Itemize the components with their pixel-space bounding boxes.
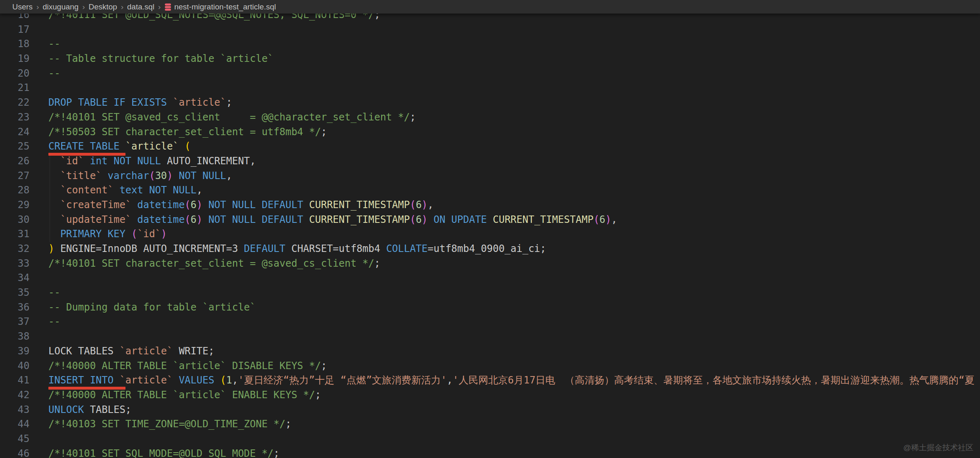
code-text: /*!40101 SET @saved_cs_client = @@charac… bbox=[48, 110, 416, 125]
line-number: 30 bbox=[0, 213, 30, 227]
code-text: LOCK TABLES `article` WRITE; bbox=[48, 344, 214, 359]
code-text: -- bbox=[48, 315, 60, 329]
line-number: 23 bbox=[0, 110, 30, 125]
code-line[interactable]: 46/*!40101 SET SQL_MODE=@OLD_SQL_MODE */… bbox=[0, 447, 980, 458]
line-number: 46 bbox=[0, 447, 30, 458]
line-number: 36 bbox=[0, 300, 30, 315]
breadcrumb-item-dixuguang[interactable]: dixuguang bbox=[43, 2, 79, 11]
code-text: CREATE TABLE `article` ( bbox=[48, 139, 191, 154]
code-line[interactable]: 44/*!40103 SET TIME_ZONE=@OLD_TIME_ZONE … bbox=[0, 417, 980, 432]
line-number: 45 bbox=[0, 432, 30, 447]
code-line[interactable]: 43UNLOCK TABLES; bbox=[0, 403, 980, 417]
line-number: 39 bbox=[0, 344, 30, 359]
line-number: 31 bbox=[0, 227, 30, 242]
breadcrumb: Users › dixuguang › Desktop › data.sql ›… bbox=[0, 0, 980, 14]
line-number: 41 bbox=[0, 373, 30, 388]
line-number: 26 bbox=[0, 154, 30, 169]
chevron-right-icon: › bbox=[82, 2, 85, 11]
chevron-right-icon: › bbox=[121, 2, 123, 11]
code-line[interactable]: 17 bbox=[0, 23, 980, 37]
code-text: -- Table structure for table `article` bbox=[48, 52, 273, 66]
line-number: 34 bbox=[0, 271, 30, 286]
code-line[interactable]: 28 `content` text NOT NULL, bbox=[0, 183, 980, 198]
code-text: PRIMARY KEY (`id`) bbox=[48, 227, 167, 242]
code-line[interactable]: 18-- bbox=[0, 37, 980, 52]
code-text: -- Dumping data for table `article` bbox=[48, 300, 256, 315]
line-number: 29 bbox=[0, 198, 30, 213]
code-text: /*!40000 ALTER TABLE `article` DISABLE K… bbox=[48, 359, 327, 374]
code-text: `createTime` datetime(6) NOT NULL DEFAUL… bbox=[48, 198, 433, 213]
watermark: @稀土掘金技术社区 bbox=[903, 442, 973, 453]
code-line[interactable]: 30 `updateTime` datetime(6) NOT NULL DEF… bbox=[0, 213, 980, 227]
code-text: -- bbox=[48, 286, 60, 300]
line-number: 27 bbox=[0, 169, 30, 184]
line-number: 24 bbox=[0, 125, 30, 140]
line-number: 25 bbox=[0, 139, 30, 154]
code-line[interactable]: 23/*!40101 SET @saved_cs_client = @@char… bbox=[0, 110, 980, 125]
line-number: 17 bbox=[0, 23, 30, 37]
breadcrumb-file-name: nest-migration-test_article.sql bbox=[174, 2, 276, 11]
code-line[interactable]: 32) ENGINE=InnoDB AUTO_INCREMENT=3 DEFAU… bbox=[0, 242, 980, 256]
code-line[interactable]: 35-- bbox=[0, 286, 980, 300]
line-number: 18 bbox=[0, 37, 30, 52]
code-area[interactable]: 16/*!40111 SET @OLD_SQL_NOTES=@@SQL_NOTE… bbox=[0, 8, 980, 458]
code-line[interactable]: 24/*!50503 SET character_set_client = ut… bbox=[0, 125, 980, 140]
code-text: ) ENGINE=InnoDB AUTO_INCREMENT=3 DEFAULT… bbox=[48, 242, 546, 256]
line-number: 44 bbox=[0, 417, 30, 432]
code-text: -- bbox=[48, 37, 60, 52]
code-line[interactable]: 25CREATE TABLE `article` ( bbox=[0, 139, 980, 154]
line-number: 37 bbox=[0, 315, 30, 329]
code-line[interactable]: 39LOCK TABLES `article` WRITE; bbox=[0, 344, 980, 359]
code-text: -- bbox=[48, 66, 60, 81]
line-number: 38 bbox=[0, 329, 30, 344]
chevron-right-icon: › bbox=[36, 2, 39, 11]
code-text: INSERT INTO `article` VALUES (1,'夏日经济“热力… bbox=[48, 373, 974, 388]
code-text: UNLOCK TABLES; bbox=[48, 403, 131, 417]
code-line[interactable]: 31 PRIMARY KEY (`id`) bbox=[0, 227, 980, 242]
line-number: 21 bbox=[0, 81, 30, 95]
code-line[interactable]: 29 `createTime` datetime(6) NOT NULL DEF… bbox=[0, 198, 980, 213]
code-text: DROP TABLE IF EXISTS `article`; bbox=[48, 95, 232, 110]
line-number: 28 bbox=[0, 183, 30, 198]
line-number: 22 bbox=[0, 95, 30, 110]
code-text: /*!40103 SET TIME_ZONE=@OLD_TIME_ZONE */… bbox=[48, 417, 291, 432]
code-line[interactable]: 26 `id` int NOT NULL AUTO_INCREMENT, bbox=[0, 154, 980, 169]
line-number: 35 bbox=[0, 286, 30, 300]
breadcrumb-item-users[interactable]: Users bbox=[12, 2, 33, 11]
line-number: 20 bbox=[0, 66, 30, 81]
line-number: 40 bbox=[0, 359, 30, 374]
code-line[interactable]: 20-- bbox=[0, 66, 980, 81]
code-text: `title` varchar(30) NOT NULL, bbox=[48, 169, 232, 184]
line-number: 32 bbox=[0, 242, 30, 256]
breadcrumb-item-desktop[interactable]: Desktop bbox=[89, 2, 117, 11]
code-line[interactable]: 40/*!40000 ALTER TABLE `article` DISABLE… bbox=[0, 359, 980, 374]
code-line[interactable]: 22DROP TABLE IF EXISTS `article`; bbox=[0, 95, 980, 110]
code-line[interactable]: 36-- Dumping data for table `article` bbox=[0, 300, 980, 315]
database-icon bbox=[164, 3, 171, 11]
code-line[interactable]: 42/*!40000 ALTER TABLE `article` ENABLE … bbox=[0, 388, 980, 403]
code-line[interactable]: 34 bbox=[0, 271, 980, 286]
breadcrumb-item-file[interactable]: nest-migration-test_article.sql bbox=[164, 2, 276, 11]
code-text: /*!40101 SET character_set_client = @sav… bbox=[48, 256, 380, 271]
code-text: /*!50503 SET character_set_client = utf8… bbox=[48, 125, 327, 140]
code-text: `id` int NOT NULL AUTO_INCREMENT, bbox=[48, 154, 256, 169]
code-line[interactable]: 27 `title` varchar(30) NOT NULL, bbox=[0, 169, 980, 184]
indent-guide bbox=[50, 154, 50, 242]
code-text: `updateTime` datetime(6) NOT NULL DEFAUL… bbox=[48, 213, 617, 227]
breadcrumb-item-data-sql[interactable]: data.sql bbox=[127, 2, 155, 11]
code-line[interactable]: 37-- bbox=[0, 315, 980, 329]
code-text: /*!40000 ALTER TABLE `article` ENABLE KE… bbox=[48, 388, 321, 403]
code-text: /*!40101 SET SQL_MODE=@OLD_SQL_MODE */; bbox=[48, 447, 280, 458]
code-line[interactable]: 19-- Table structure for table `article` bbox=[0, 52, 980, 66]
code-line[interactable]: 41INSERT INTO `article` VALUES (1,'夏日经济“… bbox=[0, 373, 980, 388]
code-line[interactable]: 45 bbox=[0, 432, 980, 447]
chevron-right-icon: › bbox=[158, 2, 161, 11]
line-number: 42 bbox=[0, 388, 30, 403]
code-line[interactable]: 38 bbox=[0, 329, 980, 344]
code-line[interactable]: 21 bbox=[0, 81, 980, 95]
code-line[interactable]: 33/*!40101 SET character_set_client = @s… bbox=[0, 256, 980, 271]
code-text: `content` text NOT NULL, bbox=[48, 183, 203, 198]
line-number: 19 bbox=[0, 52, 30, 66]
line-number: 33 bbox=[0, 256, 30, 271]
line-number: 43 bbox=[0, 403, 30, 417]
